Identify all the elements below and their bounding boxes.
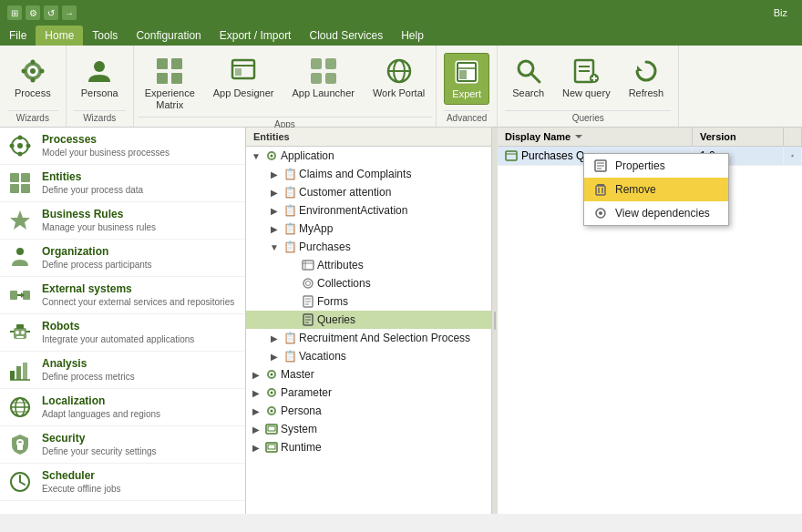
app-designer-icon bbox=[229, 56, 258, 86]
tree-node-runtime[interactable]: ▶ Runtime bbox=[246, 438, 491, 456]
work-portal-label: Work Portal bbox=[373, 87, 425, 99]
tree-toggle-vacations[interactable]: ▶ bbox=[268, 350, 281, 363]
tree-toggle-purchases[interactable]: ▼ bbox=[268, 240, 281, 253]
work-portal-button[interactable]: Work Portal bbox=[365, 53, 432, 103]
viewdeps-label: View dependencies bbox=[615, 207, 710, 220]
externalsystems-desc: Connect your external services and repos… bbox=[42, 296, 234, 308]
sidebar-item-localization[interactable]: Localization Adapt languages and regions bbox=[0, 389, 245, 426]
sidebar-item-businessrules[interactable]: Business Rules Manage your business rule… bbox=[0, 202, 245, 240]
new-query-label: New query bbox=[562, 87, 611, 99]
tree-node-attributes[interactable]: ▶ Attributes bbox=[246, 256, 491, 274]
process-button[interactable]: Process bbox=[7, 53, 58, 103]
tree-toggle-myapp[interactable]: ▶ bbox=[268, 222, 281, 235]
persona-button[interactable]: Persona bbox=[74, 53, 126, 103]
organization-desc: Define process participants bbox=[42, 259, 152, 271]
system-label: System bbox=[281, 423, 317, 435]
claims-icon: 📋 bbox=[283, 167, 297, 181]
tree-node-forms[interactable]: ▶ Forms bbox=[246, 292, 491, 311]
app-designer-button[interactable]: App Designer bbox=[206, 53, 282, 103]
experience-matrix-button[interactable]: ExperienceMatrix bbox=[138, 53, 202, 115]
entities-text: Entities Define your process data bbox=[42, 170, 143, 196]
menu-exportimport[interactable]: Export / Import bbox=[211, 26, 301, 46]
menu-cloudservices[interactable]: Cloud Services bbox=[300, 26, 392, 46]
sidebar-item-externalsystems[interactable]: External systems Connect your external s… bbox=[0, 277, 245, 314]
app-icon-1[interactable]: ⊞ bbox=[7, 5, 22, 20]
svg-rect-25 bbox=[459, 70, 467, 79]
sidebar-item-robots[interactable]: Robots Integrate your automated applicat… bbox=[0, 314, 245, 352]
tree-node-application[interactable]: ▼ Application bbox=[246, 147, 491, 165]
tree-toggle-master[interactable]: ▶ bbox=[250, 368, 262, 381]
menu-help[interactable]: Help bbox=[392, 26, 433, 46]
tree-toggle-envactivation[interactable]: ▶ bbox=[268, 204, 281, 217]
tree-toggle-runtime[interactable]: ▶ bbox=[250, 441, 262, 454]
svg-point-104 bbox=[791, 155, 793, 157]
app-title: Biz bbox=[774, 7, 795, 18]
sidebar-item-analysis[interactable]: Analysis Define process metrics bbox=[0, 352, 245, 389]
scheduler-icon bbox=[7, 469, 33, 495]
refresh-icon bbox=[632, 56, 661, 86]
new-query-button[interactable]: New query bbox=[555, 53, 618, 103]
tree-toggle-customer[interactable]: ▶ bbox=[268, 186, 281, 199]
tree-node-parameter[interactable]: ▶ Parameter bbox=[246, 384, 491, 402]
sidebar-item-processes[interactable]: Processes Model your business processes bbox=[0, 128, 245, 165]
app-icon-4[interactable]: → bbox=[62, 5, 77, 20]
tree-toggle-recruitment[interactable]: ▶ bbox=[268, 332, 281, 344]
menu-configuration[interactable]: Configuration bbox=[127, 26, 210, 46]
tree-node-claims[interactable]: ▶ 📋 Claims and Complaints bbox=[246, 165, 491, 183]
processes-icon bbox=[7, 133, 33, 159]
sidebar-item-organization[interactable]: Organization Define process participants bbox=[0, 240, 245, 277]
ribbon-wizards2-items: Persona bbox=[74, 49, 126, 108]
tree-node-purchases[interactable]: ▼ 📋 Purchases bbox=[246, 238, 491, 256]
col-display-name: Display Name bbox=[498, 128, 693, 146]
tree-node-vacations[interactable]: ▶ 📋 Vacations bbox=[246, 347, 491, 365]
app-launcher-button[interactable]: App Launcher bbox=[284, 53, 362, 103]
master-label: Master bbox=[281, 368, 314, 381]
svg-point-74 bbox=[271, 155, 273, 158]
sidebar-item-entities[interactable]: Entities Define your process data bbox=[0, 165, 245, 202]
context-menu-remove[interactable]: Remove bbox=[584, 178, 728, 201]
sidebar-item-security[interactable]: Security Define your security settings bbox=[0, 426, 245, 464]
tree-node-recruitment[interactable]: ▶ 📋 Recruitment And Selection Process bbox=[246, 329, 491, 347]
menu-tools[interactable]: Tools bbox=[83, 26, 127, 46]
svg-marker-101 bbox=[575, 135, 582, 138]
tree-node-master[interactable]: ▶ Master bbox=[246, 365, 491, 384]
svg-point-36 bbox=[18, 136, 23, 140]
sidebar-item-scheduler[interactable]: Scheduler Execute offline jobs bbox=[0, 464, 245, 501]
properties-label: Properties bbox=[615, 159, 665, 172]
localization-text: Localization Adapt languages and regions bbox=[42, 394, 160, 420]
tree-node-envactivation[interactable]: ▶ 📋 EnvironmentActivation bbox=[246, 201, 491, 220]
tree-toggle-claims[interactable]: ▶ bbox=[268, 168, 281, 180]
tree-node-collections[interactable]: ▶ Collections bbox=[246, 274, 491, 292]
tree-node-queries[interactable]: ▶ Queries bbox=[246, 311, 491, 329]
context-menu-viewdeps[interactable]: View dependencies bbox=[584, 201, 728, 225]
tree-node-system[interactable]: ▶ System bbox=[246, 420, 491, 438]
menu-home[interactable]: Home bbox=[36, 26, 83, 46]
tree-toggle-system[interactable]: ▶ bbox=[250, 423, 262, 435]
customer-icon: 📋 bbox=[283, 185, 297, 200]
tree-node-persona[interactable]: ▶ Persona bbox=[246, 402, 491, 420]
svg-rect-43 bbox=[10, 184, 19, 193]
svg-rect-41 bbox=[10, 173, 19, 182]
organization-title: Organization bbox=[42, 245, 152, 258]
businessrules-title: Business Rules bbox=[42, 208, 156, 220]
tree-node-customer[interactable]: ▶ 📋 Customer attention bbox=[246, 183, 491, 201]
svg-point-93 bbox=[271, 392, 273, 394]
menu-file[interactable]: File bbox=[0, 26, 36, 46]
svg-point-6 bbox=[39, 69, 44, 74]
refresh-button[interactable]: Refresh bbox=[622, 53, 672, 103]
context-menu-properties[interactable]: Properties bbox=[584, 154, 728, 178]
processes-text: Processes Model your business processes bbox=[42, 133, 170, 159]
svg-rect-98 bbox=[268, 426, 275, 431]
tree-toggle-parameter[interactable]: ▶ bbox=[250, 386, 262, 399]
app-icon-2[interactable]: ⚙ bbox=[26, 5, 40, 20]
search-button[interactable]: Search bbox=[505, 53, 551, 103]
app-icon-3[interactable]: ↺ bbox=[44, 5, 58, 20]
query-table-header: Display Name Version bbox=[498, 128, 802, 147]
expert-button[interactable]: Expert bbox=[444, 53, 489, 105]
tree-node-myapp[interactable]: ▶ 📋 MyApp bbox=[246, 220, 491, 238]
tree-toggle-application[interactable]: ▼ bbox=[250, 149, 262, 162]
svg-line-27 bbox=[531, 74, 540, 82]
app-designer-label: App Designer bbox=[213, 87, 274, 99]
entities-title: Entities bbox=[42, 170, 143, 183]
tree-toggle-persona[interactable]: ▶ bbox=[250, 404, 262, 417]
